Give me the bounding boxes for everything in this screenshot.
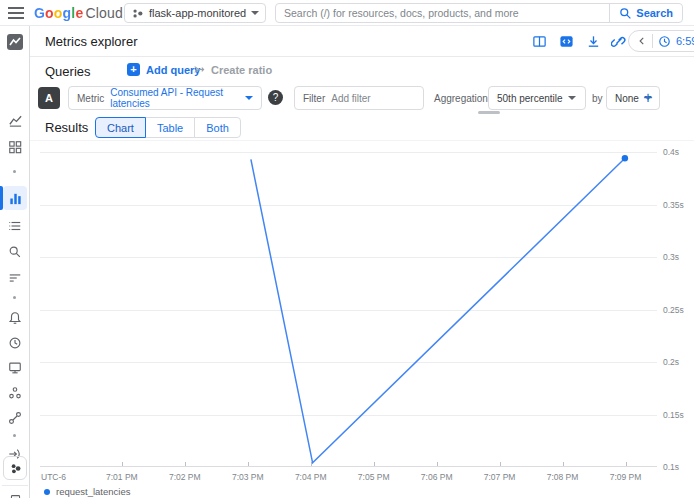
code-icon[interactable] bbox=[557, 32, 575, 50]
metric-selector-group: Metric Consumed API - Request latencies bbox=[68, 86, 262, 110]
metric-label: Metric bbox=[77, 93, 104, 104]
tab-table[interactable]: Table bbox=[145, 117, 195, 138]
queries-toolbar: Queries + Add query Create ratio bbox=[30, 57, 694, 84]
collapse-chevron-icon[interactable] bbox=[637, 36, 647, 46]
create-ratio-icon bbox=[193, 63, 206, 76]
google-cloud-logo[interactable]: GoogleCloud bbox=[34, 5, 123, 21]
dashboards-book-icon[interactable] bbox=[530, 32, 548, 50]
left-nav-sidebar bbox=[0, 26, 30, 498]
chart-legend[interactable]: request_latencies bbox=[44, 486, 130, 497]
clock-icon bbox=[658, 35, 671, 48]
project-name: flask-app-monitored bbox=[149, 7, 246, 19]
page-header: Metrics explorer 6:59 PM - 7:0 bbox=[30, 26, 694, 57]
aggregation-label: Aggregation bbox=[434, 93, 488, 104]
x-axis-tick-label: 7:09 PM bbox=[604, 472, 648, 482]
filter-group: Filter bbox=[294, 86, 424, 110]
legend-series-dot bbox=[44, 489, 50, 495]
filter-label: Filter bbox=[303, 93, 325, 104]
download-icon[interactable] bbox=[584, 32, 602, 50]
time-range-value: 6:59 PM - 7:0 bbox=[676, 35, 694, 47]
uptime-clock-icon[interactable] bbox=[3, 331, 27, 355]
synthetic-monitor-icon[interactable] bbox=[3, 356, 27, 380]
chevron-down-icon bbox=[568, 96, 576, 100]
log-search-icon[interactable] bbox=[3, 240, 27, 264]
latency-line-svg bbox=[40, 152, 657, 467]
project-dots-icon bbox=[131, 7, 144, 20]
aggregation-dropdown[interactable]: 50th percentile bbox=[488, 86, 586, 110]
nav-section-dot bbox=[13, 170, 16, 173]
y-axis-tick-label: 0.25s bbox=[663, 305, 684, 315]
help-icon[interactable]: ? bbox=[268, 90, 283, 105]
pill-divider bbox=[652, 34, 653, 48]
x-axis-tick-label: 7:08 PM bbox=[541, 472, 585, 482]
logo-cloud-text: Cloud bbox=[85, 5, 123, 21]
results-toolbar: Results Chart Table Both bbox=[30, 114, 694, 141]
create-ratio-button[interactable]: Create ratio bbox=[193, 63, 272, 76]
chart-plot[interactable] bbox=[40, 152, 657, 467]
by-label: by bbox=[592, 93, 603, 104]
y-axis-tick-label: 0.3s bbox=[663, 252, 679, 262]
search-button-label: Search bbox=[636, 7, 673, 19]
nav-divider bbox=[2, 485, 28, 486]
logo-google-text: Google bbox=[34, 5, 83, 21]
search-input[interactable] bbox=[276, 7, 609, 19]
overview-chart-icon[interactable] bbox=[3, 108, 27, 132]
add-query-button[interactable]: + Add query bbox=[127, 63, 200, 76]
metric-value: Consumed API - Request latencies bbox=[110, 87, 240, 109]
time-range-selector[interactable]: 6:59 PM - 7:0 bbox=[628, 30, 694, 52]
y-axis-tick-label: 0.35s bbox=[663, 200, 684, 210]
query-builder-row: A Metric Consumed API - Request latencie… bbox=[30, 84, 694, 114]
legend-series-label: request_latencies bbox=[56, 486, 130, 497]
tab-both[interactable]: Both bbox=[194, 117, 241, 138]
filter-input[interactable] bbox=[331, 93, 401, 104]
metrics-explorer-bars-icon[interactable] bbox=[3, 186, 27, 210]
create-ratio-label: Create ratio bbox=[211, 64, 272, 76]
y-axis-tick-label: 0.1s bbox=[663, 462, 679, 472]
x-axis-tick-label: 7:06 PM bbox=[415, 472, 459, 482]
query-letter-badge[interactable]: A bbox=[38, 87, 60, 109]
results-label: Results bbox=[45, 120, 88, 135]
project-selector[interactable]: flask-app-monitored bbox=[124, 3, 266, 23]
x-axis-tick-label: 7:07 PM bbox=[478, 472, 522, 482]
x-axis-tick-label: 7:03 PM bbox=[226, 472, 270, 482]
series-line bbox=[251, 158, 625, 463]
x-axis-tick-label: 7:01 PM bbox=[100, 472, 144, 482]
queries-label: Queries bbox=[45, 64, 91, 79]
metrics-explorer-page: GoogleCloud flask-app-monitored Search bbox=[0, 0, 694, 498]
x-axis-tick-label: 7:04 PM bbox=[289, 472, 333, 482]
x-axis-tick-label: 7:02 PM bbox=[163, 472, 207, 482]
chevron-down-icon bbox=[245, 96, 253, 100]
plus-icon: + bbox=[127, 63, 140, 76]
y-axis-tick-label: 0.2s bbox=[663, 357, 679, 367]
utc-offset-label: UTC-6 bbox=[41, 472, 66, 482]
results-view-tabs: Chart Table Both bbox=[95, 117, 241, 138]
chevron-down-icon bbox=[251, 11, 259, 15]
aggregation-value: 50th percentile bbox=[497, 93, 563, 104]
nav-section-dot bbox=[13, 434, 16, 437]
dashboards-grid-icon[interactable] bbox=[3, 135, 27, 159]
search-icon bbox=[619, 7, 632, 20]
alerting-list-icon[interactable] bbox=[3, 214, 27, 238]
tab-chart[interactable]: Chart bbox=[95, 117, 146, 138]
global-search-bar: Search bbox=[275, 3, 683, 23]
integrations-icon[interactable] bbox=[3, 406, 27, 430]
release-notes-icon[interactable] bbox=[3, 488, 27, 498]
metric-dropdown[interactable]: Consumed API - Request latencies bbox=[110, 87, 253, 109]
add-aggregation-button[interactable]: + bbox=[638, 88, 658, 108]
x-axis-tick-label: 7:05 PM bbox=[352, 472, 396, 482]
sort-lines-icon[interactable] bbox=[3, 266, 27, 290]
y-axis-tick-label: 0.15s bbox=[663, 410, 684, 420]
group-by-value: None bbox=[615, 93, 639, 104]
y-axis-tick-label: 0.4s bbox=[663, 147, 679, 157]
groups-icon[interactable] bbox=[3, 381, 27, 405]
cluster-boxed-icon[interactable] bbox=[3, 456, 27, 480]
page-title: Metrics explorer bbox=[45, 34, 137, 49]
nav-section-dot bbox=[13, 296, 16, 299]
search-button[interactable]: Search bbox=[609, 4, 682, 22]
hamburger-menu-icon[interactable] bbox=[8, 7, 24, 19]
chart-section: UTC-6 request_latencies 0.4s0.35s0.3s0.2… bbox=[30, 141, 694, 498]
link-icon[interactable] bbox=[610, 32, 628, 50]
monitoring-logo-icon[interactable] bbox=[3, 30, 27, 54]
notifications-bell-icon[interactable] bbox=[3, 306, 27, 330]
series-end-point bbox=[622, 155, 628, 161]
